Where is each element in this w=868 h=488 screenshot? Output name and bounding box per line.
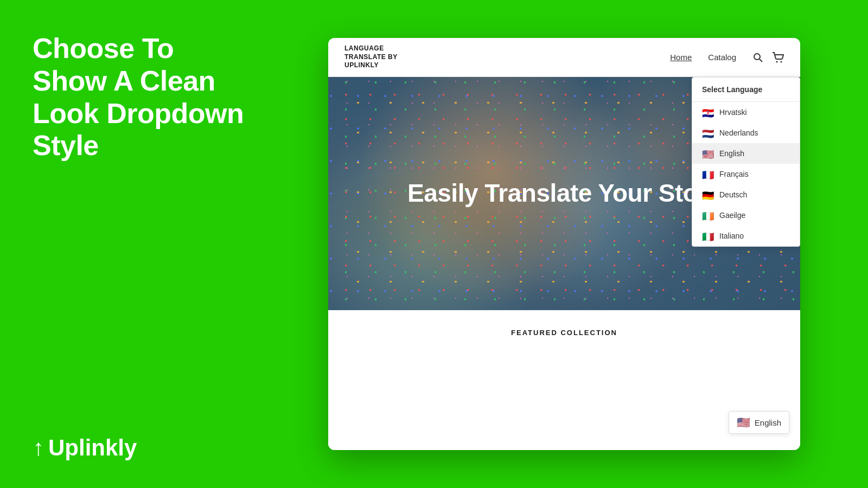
lang-item-francais[interactable]: 🇫🇷 Français xyxy=(692,164,800,184)
flag-fr: 🇫🇷 xyxy=(702,170,714,178)
bottom-flag-us: 🇺🇸 xyxy=(737,416,750,429)
flag-nl: 🇳🇱 xyxy=(702,129,714,137)
featured-title: FEATURED COLLECTION xyxy=(511,329,617,337)
headline-text: Choose To Show A Clean Look Dropdown Sty… xyxy=(33,33,250,162)
bottom-language-label: English xyxy=(755,418,781,427)
left-panel: Choose To Show A Clean Look Dropdown Sty… xyxy=(0,0,277,488)
lang-label-nl: Nederlands xyxy=(719,129,758,137)
svg-line-1 xyxy=(760,59,762,62)
lang-item-italiano[interactable]: 🇮🇹 Italiano xyxy=(692,226,800,246)
store-logo: LANGUAGE TRANSLATE BY UPLINKLY xyxy=(344,44,398,70)
search-button[interactable] xyxy=(752,52,763,63)
svg-point-3 xyxy=(781,61,782,62)
lang-label-ie: Gaeilge xyxy=(719,211,745,220)
cart-button[interactable] xyxy=(772,52,784,63)
language-dropdown[interactable]: Select Language 🇭🇷 Hrvatski 🇳🇱 Nederland… xyxy=(692,77,800,247)
nav-home[interactable]: Home xyxy=(670,53,692,62)
search-icon xyxy=(752,52,763,63)
lang-item-deutsch[interactable]: 🇩🇪 Deutsch xyxy=(692,184,800,205)
hero-heading: Easily Translate Your Store xyxy=(386,178,743,209)
bottom-language-selector[interactable]: 🇺🇸 English xyxy=(729,411,789,434)
right-panel: LANGUAGE TRANSLATE BY UPLINKLY Home Cata… xyxy=(277,0,868,488)
flag-de: 🇩🇪 xyxy=(702,191,714,199)
flag-it: 🇮🇹 xyxy=(702,232,714,240)
lang-label-fr: Français xyxy=(719,170,749,178)
header-icons xyxy=(752,52,784,63)
nav-catalog[interactable]: Catalog xyxy=(708,53,736,62)
lang-label-en: English xyxy=(719,149,744,158)
arrow-up-icon: ↑ xyxy=(33,436,44,459)
lang-item-gaeilge[interactable]: 🇮🇪 Gaeilge xyxy=(692,205,800,226)
svg-point-0 xyxy=(754,54,760,60)
logo-name: Uplinkly xyxy=(48,435,137,461)
flag-us: 🇺🇸 xyxy=(702,150,714,158)
store-header: LANGUAGE TRANSLATE BY UPLINKLY Home Cata… xyxy=(328,38,800,77)
lang-item-nederlands[interactable]: 🇳🇱 Nederlands xyxy=(692,123,800,143)
svg-point-2 xyxy=(776,61,778,62)
lang-label-de: Deutsch xyxy=(719,190,747,199)
lang-label-it: Italiano xyxy=(719,232,744,240)
uplinkly-logo: ↑ Uplinkly xyxy=(33,435,250,461)
language-list: 🇭🇷 Hrvatski 🇳🇱 Nederlands 🇺🇸 English 🇫🇷 … xyxy=(692,102,800,246)
flag-hr: 🇭🇷 xyxy=(702,108,714,117)
flag-ie: 🇮🇪 xyxy=(702,211,714,220)
browser-window: LANGUAGE TRANSLATE BY UPLINKLY Home Cata… xyxy=(328,38,800,450)
lang-item-hrvatski[interactable]: 🇭🇷 Hrvatski xyxy=(692,102,800,123)
store-nav: Home Catalog xyxy=(670,53,736,62)
dropdown-title: Select Language xyxy=(692,78,800,102)
lang-item-english[interactable]: 🇺🇸 English xyxy=(692,143,800,164)
cart-icon xyxy=(772,52,784,63)
lang-label-hr: Hrvatski xyxy=(719,108,747,117)
